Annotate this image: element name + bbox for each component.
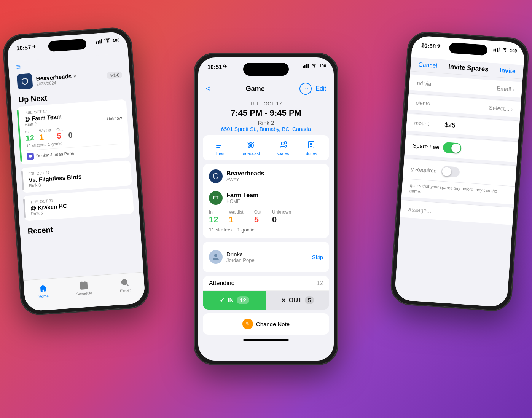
select-value[interactable]: Select... › bbox=[446, 101, 513, 112]
game-card-2[interactable]: FRI, OCT 27 Vs. Flightless Birds Rink 8 bbox=[21, 160, 132, 193]
broadcast-icon bbox=[246, 140, 256, 150]
required-toggle[interactable] bbox=[441, 166, 460, 178]
svg-point-23 bbox=[284, 142, 287, 144]
recipients-label: pients bbox=[416, 99, 446, 108]
game-card-3[interactable]: TUE, OCT 31 @ Kraken HC Rink 5 bbox=[23, 188, 134, 221]
svg-rect-14 bbox=[304, 65, 305, 68]
tab-spares[interactable]: spares bbox=[277, 140, 289, 156]
change-note-row[interactable]: ✎ Change Note bbox=[203, 313, 329, 335]
svg-rect-3 bbox=[101, 39, 102, 43]
green-accent-bar bbox=[17, 110, 22, 162]
unknown-value-1: 0 bbox=[68, 131, 75, 140]
game-time-center: 7:45 PM - 9:45 PM bbox=[206, 108, 326, 118]
more-options-button[interactable]: ··· bbox=[299, 83, 312, 95]
person-icon bbox=[211, 252, 220, 262]
cup-icon bbox=[28, 154, 33, 159]
spares-label: spares bbox=[277, 151, 289, 156]
invite-button[interactable]: Invite bbox=[499, 67, 516, 75]
stat-in-value: 12 bbox=[209, 215, 218, 225]
stat-unknown-value: 0 bbox=[272, 215, 291, 225]
team-record-left: 5-1-0 bbox=[107, 71, 122, 79]
svg-rect-29 bbox=[493, 49, 494, 51]
svg-rect-6 bbox=[29, 158, 32, 158]
pencil-icon: ✎ bbox=[242, 319, 253, 329]
svg-rect-18 bbox=[216, 144, 224, 144]
svg-rect-31 bbox=[497, 48, 498, 52]
game-location-1: Rink 2 bbox=[25, 121, 37, 127]
drinks-card: Drinks Jordan Pope Skip bbox=[203, 242, 329, 272]
out-value-1: 5 bbox=[57, 131, 64, 140]
svg-rect-17 bbox=[216, 142, 224, 142]
spare-fee-row: Spare Fee bbox=[405, 135, 518, 163]
skip-button[interactable]: Skip bbox=[312, 254, 323, 260]
spare-fee-label: Spare Fee bbox=[413, 142, 443, 151]
email-value[interactable]: Email › bbox=[447, 81, 514, 93]
stat-out-label: Out bbox=[254, 209, 261, 215]
home-team-name: Farm Team bbox=[226, 192, 258, 199]
arrow-icon-center: ✈ bbox=[223, 64, 227, 69]
tab-duties[interactable]: duties bbox=[306, 140, 317, 156]
unknown-truncated: Unknow bbox=[107, 115, 122, 121]
duties-label: duties bbox=[306, 151, 317, 156]
amount-label: mount bbox=[414, 120, 445, 128]
icon-tabs: lines broadcast spares duties bbox=[203, 135, 329, 160]
svg-line-8 bbox=[80, 284, 87, 284]
calendar-icon bbox=[78, 280, 89, 290]
game-card-1[interactable]: TUE, OCT 17 @ Farm Team Rink 2 Unknow In… bbox=[17, 99, 130, 165]
status-time-left: 10:57 bbox=[16, 44, 31, 52]
in-value-1: 12 bbox=[25, 133, 35, 142]
svg-rect-13 bbox=[303, 66, 304, 68]
svg-rect-5 bbox=[30, 157, 31, 158]
battery-icon-left: 100 bbox=[112, 38, 119, 43]
status-time-center: 10:51 bbox=[207, 64, 222, 70]
shield-icon bbox=[20, 77, 29, 86]
stat-unknown-label: Unknown bbox=[272, 209, 291, 215]
tab-lines[interactable]: lines bbox=[215, 140, 225, 156]
message-placeholder[interactable]: assage... bbox=[400, 200, 513, 225]
battery-icon-center: 100 bbox=[319, 64, 326, 68]
cancel-button[interactable]: Cancel bbox=[418, 61, 438, 69]
arrow-icon-right: ✈ bbox=[437, 43, 441, 49]
tab-schedule[interactable]: Schedule bbox=[75, 280, 92, 296]
team-home-row: FT Farm Team HOME bbox=[209, 191, 323, 205]
amount-value: $25 bbox=[444, 121, 456, 129]
game-date-center: TUE, OCT 17 bbox=[206, 101, 326, 107]
status-time-right: 10:58 bbox=[421, 42, 436, 49]
home-icon bbox=[38, 283, 48, 294]
tab-home[interactable]: Home bbox=[38, 283, 49, 299]
lines-label: lines bbox=[216, 151, 225, 156]
checkmark-icon: ✓ bbox=[220, 297, 225, 304]
tab-finder[interactable]: Finder bbox=[119, 277, 131, 293]
drinks-row: Drinks Jordan Pope Skip bbox=[209, 246, 323, 268]
out-button[interactable]: ✕ OUT 5 bbox=[266, 291, 329, 310]
edit-button[interactable]: Edit bbox=[315, 85, 326, 92]
duties-icon bbox=[306, 140, 316, 150]
x-icon: ✕ bbox=[281, 297, 286, 303]
team-divider bbox=[209, 187, 323, 187]
dynamic-island-center bbox=[243, 63, 289, 76]
tab-broadcast[interactable]: broadcast bbox=[242, 140, 260, 156]
left-screen-content: ≡ Beaverheads ∨ 2023/2024 bbox=[8, 53, 145, 311]
right-screen-content: Cancel Invite Spares Invite nd via Email… bbox=[394, 57, 524, 307]
tab-finder-label: Finder bbox=[120, 288, 131, 293]
in-button[interactable]: ✓ IN 12 bbox=[203, 291, 266, 310]
svg-point-21 bbox=[250, 144, 252, 147]
svg-rect-4 bbox=[29, 155, 32, 158]
broadcast-label: broadcast bbox=[242, 151, 260, 156]
spare-fee-section: Spare Fee bbox=[405, 135, 518, 163]
back-button[interactable]: < bbox=[206, 84, 211, 94]
gray-accent-bar bbox=[21, 171, 24, 190]
spare-fee-toggle[interactable] bbox=[443, 142, 462, 154]
drinks-person: Jordan Pope bbox=[226, 257, 255, 263]
signal-icon-center bbox=[303, 64, 309, 68]
send-via-label: nd via bbox=[417, 80, 448, 88]
waitlist-label-1: Waitlist bbox=[39, 128, 51, 133]
right-phone: 10:58 ✈ 100 Cancel Invite Spares Invite … bbox=[389, 30, 530, 313]
game-address-center[interactable]: 6501 Sprott St., Burnaby, BC, Canada bbox=[206, 126, 326, 132]
skaters-info-center: 11 skaters 1 goalie bbox=[209, 227, 323, 233]
stat-waitlist-label: Waitlist bbox=[229, 209, 243, 215]
stat-out-value: 5 bbox=[254, 215, 261, 225]
action-buttons: ✓ IN 12 ✕ OUT 5 bbox=[203, 291, 329, 310]
svg-rect-32 bbox=[498, 47, 499, 52]
away-team-name: Beaverheads bbox=[226, 170, 264, 177]
